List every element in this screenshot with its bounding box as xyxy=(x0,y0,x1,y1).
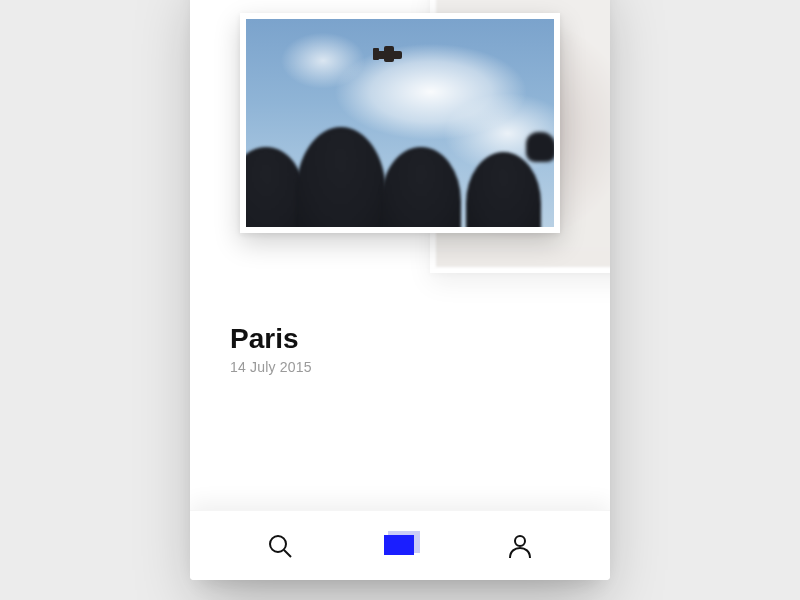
camera-icon xyxy=(384,535,416,557)
svg-point-2 xyxy=(515,536,525,546)
airplane-icon xyxy=(376,51,402,59)
bottom-nav xyxy=(190,510,610,580)
svg-point-0 xyxy=(270,536,286,552)
silhouette xyxy=(296,127,386,227)
photo-image xyxy=(246,19,554,227)
app-screen: 3 December 2015 Paris 14 July 2015 xyxy=(190,0,610,580)
photo-stack[interactable] xyxy=(230,0,570,293)
photo-thumbnail-primary[interactable] xyxy=(240,13,560,233)
search-icon xyxy=(267,533,293,559)
nav-capture[interactable] xyxy=(380,526,420,566)
svg-line-1 xyxy=(284,550,291,557)
album-date: 14 July 2015 xyxy=(230,359,570,375)
profile-icon xyxy=(507,533,533,559)
nav-search[interactable] xyxy=(260,526,300,566)
nav-profile[interactable] xyxy=(500,526,540,566)
album-title: Paris xyxy=(230,323,570,355)
silhouette xyxy=(466,152,541,227)
photo-feed[interactable]: 3 December 2015 Paris 14 July 2015 xyxy=(190,0,610,518)
silhouette xyxy=(381,147,461,227)
